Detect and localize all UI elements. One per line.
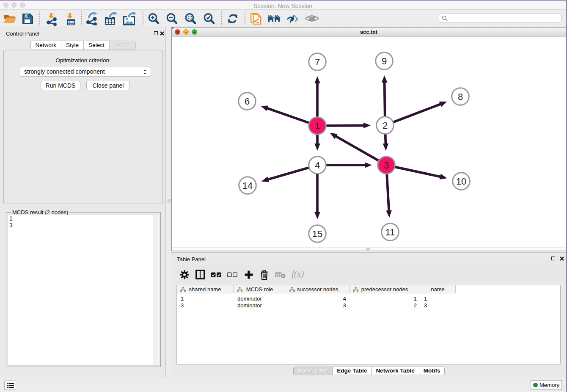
svg-text:4: 4 [315,160,320,171]
svg-text:1: 1 [315,121,320,131]
svg-text:7: 7 [315,57,320,67]
svg-text:15: 15 [312,229,322,239]
svg-text:9: 9 [382,56,387,66]
svg-text:3: 3 [384,160,389,171]
svg-text:6: 6 [245,96,250,107]
svg-text:10: 10 [456,176,466,187]
svg-text:14: 14 [242,180,253,191]
svg-text:8: 8 [458,91,463,102]
svg-text:2: 2 [383,120,388,131]
svg-text:11: 11 [385,227,395,237]
